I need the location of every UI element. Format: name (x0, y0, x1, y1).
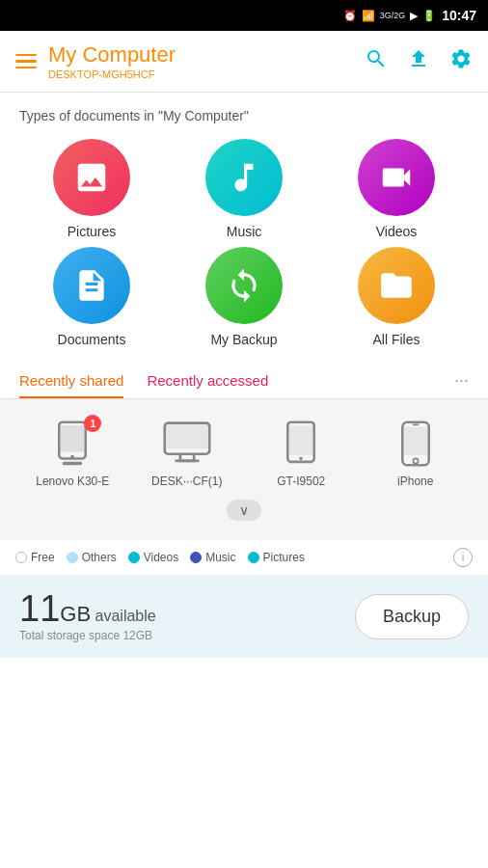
backup-button[interactable]: Backup (355, 594, 469, 639)
section-label: Types of documents in "My Computer" (0, 93, 488, 131)
info-icon-button[interactable]: i (453, 548, 473, 567)
desktop-icon-wrap (162, 419, 212, 469)
svg-point-12 (413, 458, 418, 463)
phone2-icon (284, 420, 318, 467)
tabs-bar: Recently shared Recently accessed ··· (0, 363, 488, 399)
music-dot (190, 552, 202, 563)
header-actions (365, 47, 473, 76)
storage-text-block: 11GB available Total storage space 12GB (19, 590, 355, 642)
iphone-name: iPhone (397, 475, 433, 488)
music-label: Music (227, 224, 262, 239)
wifi-icon: 📶 (362, 10, 375, 22)
storage-available-line: 11GB available (19, 590, 355, 627)
network-icon: 3G/2G (380, 11, 406, 20)
videos-legend-label: Videos (144, 551, 178, 564)
free-dot (15, 552, 27, 563)
legend-others: Others (67, 551, 117, 564)
lenovo-name: Lenovo K30-E (36, 475, 109, 488)
device-lenovo[interactable]: 1 Lenovo K30-E (15, 419, 130, 488)
pictures-legend-label: Pictures (263, 551, 305, 564)
videos-dot (128, 552, 140, 563)
videos-label: Videos (376, 224, 418, 239)
app-subtitle: DESKTOP-MGH5HCF (48, 68, 353, 80)
app-header: My Computer DESKTOP-MGH5HCF (0, 31, 488, 93)
doc-types-grid: Pictures Music Videos Documents My Backu… (0, 131, 488, 363)
doc-type-documents[interactable]: Documents (19, 247, 164, 347)
app-title: My Computer (48, 42, 353, 68)
lenovo-badge: 1 (84, 415, 101, 432)
status-time: 10:47 (442, 8, 476, 23)
pictures-label: Pictures (68, 224, 117, 239)
expand-button[interactable]: ∨ (227, 500, 261, 521)
doc-type-music[interactable]: Music (172, 139, 316, 239)
devices-row: 1 Lenovo K30-E DESK···CF(1) (0, 411, 488, 496)
svg-rect-5 (166, 424, 207, 448)
allfiles-circle (358, 247, 435, 324)
storage-total-label: Total storage space 12GB (19, 629, 355, 642)
battery-icon: 🔋 (422, 10, 436, 22)
legend-music: Music (190, 551, 235, 564)
storage-bar-section: 11GB available Total storage space 12GB … (0, 575, 488, 658)
expand-row: ∨ (0, 496, 488, 529)
signal-icon: ▶ (410, 10, 418, 22)
tab-more-button[interactable]: ··· (454, 370, 469, 391)
storage-legend: Free Others Videos Music Pictures i (0, 540, 488, 575)
tab-recently-shared[interactable]: Recently shared (19, 363, 123, 398)
others-label: Others (82, 551, 117, 564)
gt-name: GT-I9502 (277, 475, 325, 488)
legend-free: Free (15, 551, 55, 564)
others-dot (67, 552, 78, 563)
search-icon[interactable] (365, 47, 388, 76)
storage-available-label: available (95, 608, 156, 624)
alarm-icon: ⏰ (343, 10, 357, 22)
device-gt[interactable]: GT-I9502 (244, 419, 359, 488)
header-title-block: My Computer DESKTOP-MGH5HCF (48, 42, 353, 79)
gt-icon-wrap (276, 419, 326, 469)
svg-point-9 (300, 457, 303, 460)
doc-type-pictures[interactable]: Pictures (19, 139, 164, 239)
shared-section: 1 Lenovo K30-E DESK···CF(1) (0, 399, 488, 540)
tab-recently-accessed[interactable]: Recently accessed (147, 363, 268, 398)
lenovo-icon-wrap: 1 (47, 419, 97, 469)
iphone-icon-wrap (391, 419, 441, 469)
svg-rect-11 (404, 427, 427, 455)
device-iphone[interactable]: iPhone (359, 419, 474, 488)
backup-circle (205, 247, 283, 324)
music-circle (205, 139, 283, 216)
documents-circle (53, 247, 130, 324)
chevron-down-icon: ∨ (239, 502, 249, 518)
status-bar: ⏰ 📶 3G/2G ▶ 🔋 10:47 (0, 0, 488, 31)
upload-icon[interactable] (407, 47, 430, 76)
storage-gb-value: 11GB (19, 588, 91, 629)
hamburger-menu-button[interactable] (15, 54, 37, 69)
legend-pictures: Pictures (248, 551, 305, 564)
settings-icon[interactable] (449, 47, 473, 76)
free-label: Free (31, 551, 55, 564)
legend-videos: Videos (128, 551, 178, 564)
allfiles-label: All Files (372, 332, 420, 347)
svg-rect-1 (61, 425, 84, 451)
svg-rect-3 (63, 462, 83, 465)
svg-point-2 (70, 455, 74, 459)
svg-rect-13 (412, 423, 419, 425)
monitor-icon (163, 420, 211, 467)
backup-label: My Backup (210, 332, 277, 347)
doc-type-allfiles[interactable]: All Files (324, 247, 469, 347)
device-desktop[interactable]: DESK···CF(1) (130, 419, 245, 488)
doc-type-backup[interactable]: My Backup (172, 247, 316, 347)
iphone-icon (398, 420, 433, 467)
status-icons: ⏰ 📶 3G/2G ▶ 🔋 (343, 10, 437, 22)
svg-rect-8 (289, 425, 312, 455)
documents-label: Documents (58, 332, 126, 347)
music-legend-label: Music (205, 551, 235, 564)
pictures-dot (248, 552, 259, 563)
videos-circle (358, 139, 435, 216)
pictures-circle (53, 139, 130, 216)
doc-type-videos[interactable]: Videos (324, 139, 469, 239)
desktop-name: DESK···CF(1) (151, 475, 222, 488)
